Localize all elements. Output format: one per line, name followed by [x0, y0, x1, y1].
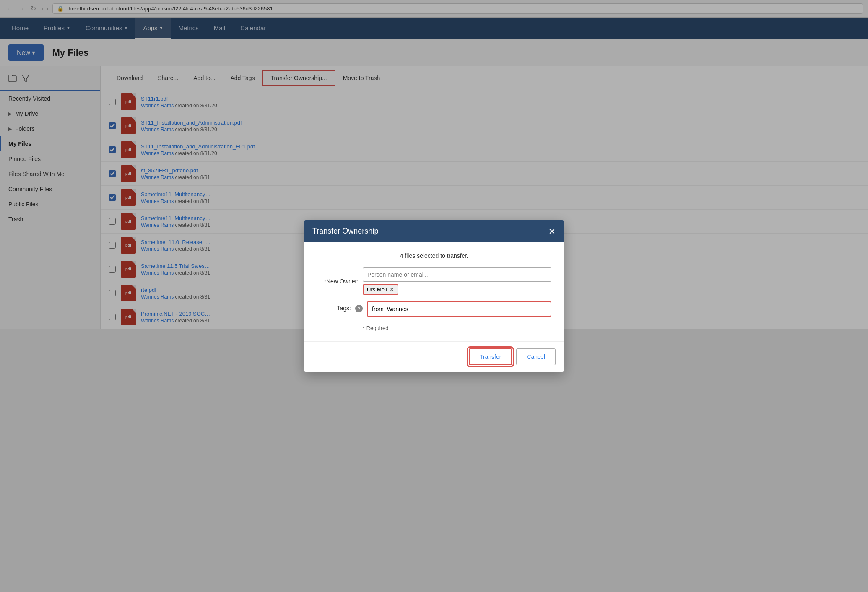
new-owner-label: *New Owner:: [317, 278, 359, 285]
tags-input-row: [367, 301, 551, 317]
modal-body: 4 files selected to transfer. *New Owner…: [304, 242, 564, 329]
tags-label-container: Tags: ?: [317, 301, 363, 312]
owner-chip-label: Urs Meli: [367, 286, 387, 293]
tags-label: Tags:: [337, 305, 351, 312]
required-note: * Required: [317, 323, 551, 329]
owner-chip-remove-button[interactable]: ✕: [390, 287, 394, 292]
tags-row: Tags: ?: [317, 301, 551, 317]
modal-close-button[interactable]: ✕: [548, 227, 556, 236]
modal-overlay: Transfer Ownership ✕ 4 files selected to…: [0, 0, 868, 329]
transfer-ownership-modal: Transfer Ownership ✕ 4 files selected to…: [304, 220, 564, 329]
owner-field: Urs Meli ✕: [363, 267, 551, 295]
owner-chip: Urs Meli ✕: [363, 284, 398, 295]
tags-help-icon[interactable]: ?: [355, 305, 363, 312]
modal-title: Transfer Ownership: [312, 227, 378, 236]
tags-input[interactable]: [367, 301, 551, 317]
new-owner-row: *New Owner: Urs Meli ✕: [317, 267, 551, 295]
new-owner-input[interactable]: [363, 267, 551, 282]
modal-info-text: 4 files selected to transfer.: [317, 252, 551, 259]
modal-header: Transfer Ownership ✕: [304, 220, 564, 242]
